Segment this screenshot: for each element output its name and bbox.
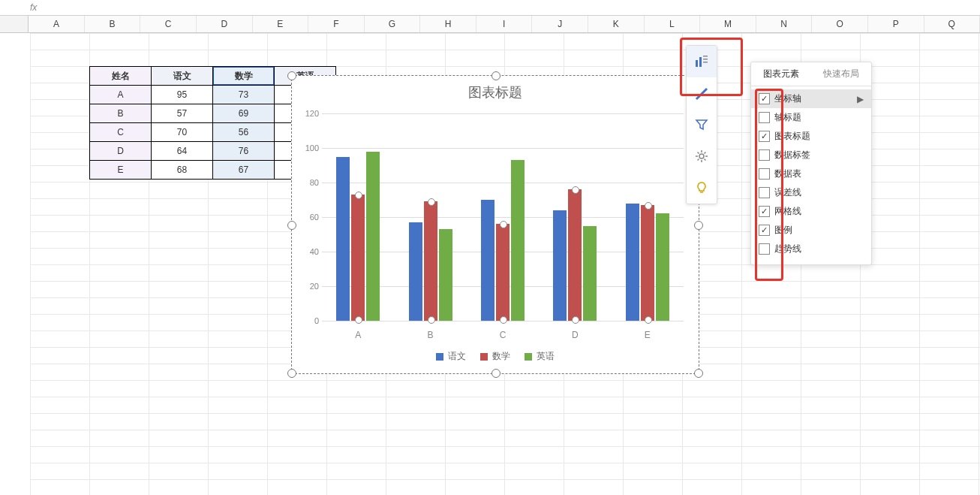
checkbox-icon[interactable]: ✓ — [759, 206, 770, 217]
chart-element-option[interactable]: ✓图表标题 — [751, 127, 871, 146]
x-tick-label: C — [467, 330, 539, 340]
bar[interactable] — [656, 213, 669, 321]
bar[interactable] — [553, 210, 567, 321]
column-header[interactable]: J — [532, 16, 588, 32]
checkbox-icon[interactable] — [759, 243, 770, 255]
chart-element-option[interactable]: 数据表 — [751, 164, 871, 183]
bar[interactable] — [568, 189, 582, 321]
chart-element-option[interactable]: 数据标签 — [751, 146, 871, 164]
checkbox-icon[interactable] — [759, 187, 770, 198]
fx-label: fx — [30, 2, 37, 13]
bar[interactable] — [496, 224, 510, 321]
bar[interactable] — [366, 152, 380, 321]
table-header-chinese[interactable]: 语文 — [152, 67, 213, 86]
tab-chart-elements[interactable]: 图表元素 — [751, 62, 811, 86]
column-header[interactable]: G — [365, 16, 421, 32]
bar[interactable] — [583, 226, 597, 321]
bar-group[interactable] — [322, 113, 394, 321]
chart-filter-button[interactable] — [687, 109, 717, 140]
checkbox-icon[interactable] — [759, 112, 770, 123]
resize-handle[interactable] — [287, 71, 296, 80]
bar-group[interactable] — [539, 113, 611, 321]
bar[interactable] — [351, 195, 365, 321]
column-header[interactable]: D — [197, 16, 253, 32]
column-header[interactable]: M — [700, 16, 756, 32]
resize-handle[interactable] — [287, 369, 296, 378]
resize-handle[interactable] — [694, 221, 703, 230]
checkbox-icon[interactable]: ✓ — [759, 131, 770, 142]
column-header[interactable]: B — [85, 16, 141, 32]
chart-element-option[interactable]: ✓网格线 — [751, 202, 871, 221]
chart-legend[interactable]: 语文 数学 英语 — [292, 350, 699, 363]
chart-element-option[interactable]: 趋势线 — [751, 240, 871, 258]
bar[interactable] — [439, 229, 452, 321]
chart-styles-button[interactable] — [687, 77, 717, 109]
cell[interactable]: D — [90, 142, 152, 161]
column-header[interactable]: E — [253, 16, 309, 32]
cell[interactable]: 76 — [213, 142, 275, 161]
checkbox-icon[interactable] — [759, 149, 770, 161]
resize-handle[interactable] — [492, 71, 501, 80]
checkbox-icon[interactable] — [759, 168, 770, 180]
cell[interactable]: 69 — [213, 104, 275, 123]
chart-element-option[interactable]: 误差线 — [751, 183, 871, 202]
x-tick-label: B — [394, 330, 466, 340]
chart-plot-area[interactable]: 020406080100120 — [322, 113, 684, 321]
bar[interactable] — [641, 205, 654, 321]
cell[interactable]: A — [90, 86, 152, 104]
column-header[interactable]: H — [420, 16, 476, 32]
cell[interactable]: 95 — [152, 86, 213, 104]
x-tick-label: A — [322, 330, 394, 340]
chart-frame[interactable]: 图表标题 020406080100120 ABCDE 语文 数学 英语 — [291, 75, 699, 374]
tab-quick-layout[interactable]: 快速布局 — [811, 62, 871, 86]
column-header[interactable]: P — [868, 16, 924, 32]
column-header[interactable]: O — [812, 16, 868, 32]
bar-group[interactable] — [394, 113, 466, 321]
resize-handle[interactable] — [492, 369, 501, 378]
chart-ideas-button[interactable] — [687, 172, 717, 204]
checkbox-icon[interactable]: ✓ — [759, 225, 770, 236]
bar-group[interactable] — [612, 113, 684, 321]
cell[interactable]: 57 — [152, 104, 213, 123]
bar-group[interactable] — [467, 113, 539, 321]
cell[interactable]: 56 — [213, 123, 275, 142]
cell[interactable]: 64 — [152, 142, 213, 161]
cell[interactable]: E — [90, 161, 152, 180]
bar[interactable] — [511, 160, 525, 321]
table-header-math[interactable]: 数学 — [213, 67, 275, 86]
checkbox-icon[interactable]: ✓ — [759, 93, 770, 104]
bar[interactable] — [409, 222, 422, 321]
cell[interactable]: 67 — [213, 161, 275, 180]
bar[interactable] — [481, 200, 495, 321]
resize-handle[interactable] — [694, 369, 703, 378]
column-header[interactable]: Q — [924, 16, 981, 32]
cell[interactable]: B — [90, 104, 152, 123]
column-header[interactable]: K — [588, 16, 645, 32]
cell[interactable]: C — [90, 123, 152, 142]
cell[interactable]: 73 — [213, 86, 275, 104]
chart-element-option[interactable]: ✓坐标轴▶ — [751, 89, 871, 108]
chart-x-axis: ABCDE — [322, 330, 684, 340]
column-header[interactable]: I — [476, 16, 533, 32]
svg-rect-3 — [703, 59, 708, 60]
column-header[interactable]: C — [140, 16, 197, 32]
chart-object[interactable]: 图表标题 020406080100120 ABCDE 语文 数学 英语 — [285, 69, 705, 380]
bar[interactable] — [424, 201, 437, 321]
chart-elements-button[interactable] — [687, 46, 717, 77]
table-header-name[interactable]: 姓名 — [90, 67, 152, 86]
cell[interactable]: 68 — [152, 161, 213, 180]
legend-swatch-icon — [525, 353, 532, 361]
chart-element-option[interactable]: ✓图例 — [751, 221, 871, 240]
cell[interactable]: 70 — [152, 123, 213, 142]
column-header[interactable]: F — [308, 16, 365, 32]
brush-icon — [694, 86, 709, 101]
chart-settings-button[interactable] — [687, 140, 717, 172]
chart-element-option[interactable]: 轴标题 — [751, 108, 871, 127]
select-all-corner[interactable] — [0, 16, 29, 32]
resize-handle[interactable] — [287, 221, 296, 230]
column-header[interactable]: L — [645, 16, 701, 32]
column-header[interactable]: N — [756, 16, 813, 32]
bar[interactable] — [336, 157, 350, 321]
column-header[interactable]: A — [29, 16, 85, 32]
bar[interactable] — [626, 204, 639, 321]
